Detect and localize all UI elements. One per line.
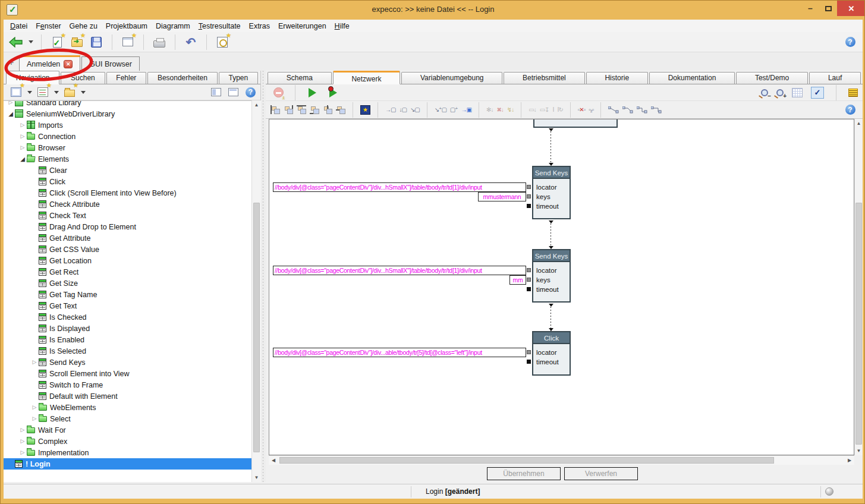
tree-item-get-size[interactable]: Get Size xyxy=(4,278,251,289)
scroll-down-arrow[interactable]: ▼ xyxy=(252,473,261,482)
connector-step2-button[interactable] xyxy=(651,106,662,114)
maximize-button[interactable] xyxy=(819,1,837,16)
add-region-button[interactable]: ▢⁺ xyxy=(450,106,458,113)
scrollbar-thumb[interactable] xyxy=(279,457,774,464)
editor-tab-test-demo[interactable]: Test/Demo xyxy=(736,72,808,84)
distribute-vertical-button[interactable]: Ⅰ xyxy=(552,106,553,113)
editor-tab-betriebsmittel[interactable]: Betriebsmittel xyxy=(504,72,584,84)
tree-item-get-tag-name[interactable]: Get Tag Name xyxy=(4,289,251,300)
close-button[interactable]: ✕ xyxy=(837,1,865,16)
expander-icon[interactable]: ◢ xyxy=(19,153,26,165)
pin-down-action-button[interactable]: ▭↧ xyxy=(540,106,549,113)
tab-typen[interactable]: Typen xyxy=(219,72,258,84)
tree-item-connection[interactable]: ▷Connection xyxy=(4,131,251,142)
input-pin-square[interactable] xyxy=(527,185,531,189)
input-pin-square[interactable] xyxy=(527,194,531,199)
editor-tab-historie[interactable]: Historie xyxy=(586,72,648,84)
diagram-block-send-keys-1[interactable]: Send Keys locator keys timeout xyxy=(532,166,571,219)
tree-item-login[interactable]: ! Login xyxy=(4,458,251,470)
menu-item-testresultate[interactable]: Testresultate xyxy=(194,21,245,31)
tab-besonderheiten[interactable]: Besonderheiten xyxy=(147,72,218,84)
align-left-button[interactable] xyxy=(270,105,280,114)
expander-icon[interactable]: ▷ xyxy=(19,447,26,458)
input-pin-square[interactable] xyxy=(527,204,531,208)
tree-item-imports[interactable]: ▷Imports xyxy=(4,119,251,131)
scroll-up-arrow[interactable]: ▲ xyxy=(252,100,261,109)
align-center-vertical-button[interactable] xyxy=(336,105,345,114)
tree-item-send-keys[interactable]: ▷Send Keys xyxy=(4,357,251,368)
history-settings-button[interactable] xyxy=(215,34,230,50)
menu-item-projektbaum[interactable]: Projektbaum xyxy=(102,21,152,31)
load-file-button[interactable] xyxy=(69,34,84,50)
auto-arrange-button[interactable]: ★ xyxy=(360,105,370,115)
tree-item-clear[interactable]: Clear xyxy=(4,165,251,176)
log-panel-button[interactable] xyxy=(848,89,858,97)
tree-item-is-enabled[interactable]: Is Enabled xyxy=(4,334,251,345)
list-mode-chevron[interactable] xyxy=(54,91,59,94)
pin-timeout[interactable]: timeout xyxy=(533,285,570,294)
tree-item-get-attribute[interactable]: Get Attribute xyxy=(4,232,251,244)
tree-item-elements[interactable]: ◢Elements xyxy=(4,153,251,165)
tree-item-switch-to-frame[interactable]: Switch to Frame xyxy=(4,379,251,390)
expander-icon[interactable]: ▷ xyxy=(19,142,26,153)
apply-button[interactable]: Übernehmen xyxy=(487,467,561,480)
diagram-block-click[interactable]: Click locator timeout xyxy=(532,331,571,376)
tree-item-drag-and-drop-to-element[interactable]: Drag And Drop to Element xyxy=(4,221,251,232)
expander-icon[interactable]: ▷ xyxy=(19,131,26,142)
keys-value-box[interactable]: mm xyxy=(509,275,526,285)
menu-item-erweiterungen[interactable]: Erweiterungen xyxy=(274,21,331,31)
print-button[interactable] xyxy=(152,34,167,50)
editor-tab-schema[interactable]: Schema xyxy=(268,72,332,84)
add-block-button[interactable]: ↘⁺▢ xyxy=(435,106,446,113)
tree-item-get-location[interactable]: Get Location xyxy=(4,255,251,266)
editor-tab-variablenumgebung[interactable]: Variablenumgebung xyxy=(401,72,502,84)
connector-straight-button[interactable] xyxy=(608,106,619,114)
tree-item-is-displayed[interactable]: Is Displayed xyxy=(4,323,251,334)
canvas-vertical-scrollbar[interactable]: ▲ ▼ xyxy=(854,119,863,455)
new-item-chevron[interactable] xyxy=(81,91,86,94)
back-button[interactable] xyxy=(8,34,24,50)
new-item-button[interactable] xyxy=(62,84,77,100)
align-center-horizontal-button[interactable] xyxy=(323,105,332,114)
tree-item-implementation[interactable]: ▷Implementation xyxy=(4,447,251,458)
discard-button[interactable]: Verwerfen xyxy=(564,467,638,480)
locator-value-box[interactable]: //body/div[@class="pageContentDiv"]/div.… xyxy=(273,182,526,192)
scrollbar-thumb[interactable] xyxy=(855,203,862,445)
connector-diagonal-button[interactable] xyxy=(622,106,633,114)
menu-item-extras[interactable]: Extras xyxy=(245,21,274,31)
grid-toggle-button[interactable] xyxy=(792,88,803,97)
back-menu-chevron[interactable] xyxy=(29,40,33,43)
insert-output-pin-button[interactable]: ↘▢ xyxy=(410,106,420,113)
input-pin-square[interactable] xyxy=(527,268,531,272)
input-pin-square[interactable] xyxy=(527,287,531,291)
lightning-action-button[interactable]: ↯↓ xyxy=(507,106,514,113)
insert-input-pin-button[interactable]: →▢ xyxy=(385,106,395,113)
expander-icon[interactable]: ▷ xyxy=(31,357,38,368)
help-button[interactable]: ? xyxy=(842,34,858,50)
reconnect-pins-button[interactable]: ▫₂▫ xyxy=(589,106,593,113)
delete-action-button[interactable]: ✖↓ xyxy=(496,106,503,113)
add-connection-button[interactable]: →▣ xyxy=(461,106,471,113)
undo-button[interactable]: ↶ xyxy=(183,34,199,50)
tree-item-wait-for[interactable]: ▷Wait For xyxy=(4,424,251,436)
input-pin-square[interactable] xyxy=(527,350,531,354)
gear-action-button[interactable]: ✻↓ xyxy=(486,106,493,113)
layout-view-icon[interactable] xyxy=(228,88,238,96)
tree-item-is-selected[interactable]: Is Selected xyxy=(4,345,251,357)
expander-icon[interactable]: ▷ xyxy=(7,100,14,108)
snap-toggle-button[interactable]: ✓ xyxy=(811,87,824,99)
zoom-in-button[interactable]: + xyxy=(776,89,784,96)
scroll-down-arrow[interactable]: ▼ xyxy=(855,446,863,455)
tree-item-scroll-element-into-view[interactable]: Scroll Element into View xyxy=(4,368,251,379)
pin-keys[interactable]: keys xyxy=(533,275,570,285)
save-button[interactable] xyxy=(89,34,104,50)
document-tab-anmelden[interactable]: Anmelden✕ xyxy=(19,55,80,71)
new-window-button[interactable] xyxy=(120,34,136,50)
tree-item-get-rect[interactable]: Get Rect xyxy=(4,266,251,278)
canvas-horizontal-scrollbar[interactable]: ◀ ▶ xyxy=(269,455,854,465)
scroll-left-arrow[interactable]: ◀ xyxy=(269,456,278,465)
insert-step-button[interactable]: ↓▢ xyxy=(399,106,406,113)
expander-icon[interactable]: ▷ xyxy=(31,413,38,424)
expander-icon[interactable]: ▷ xyxy=(31,402,38,413)
pin-locator[interactable]: locator xyxy=(533,266,570,275)
